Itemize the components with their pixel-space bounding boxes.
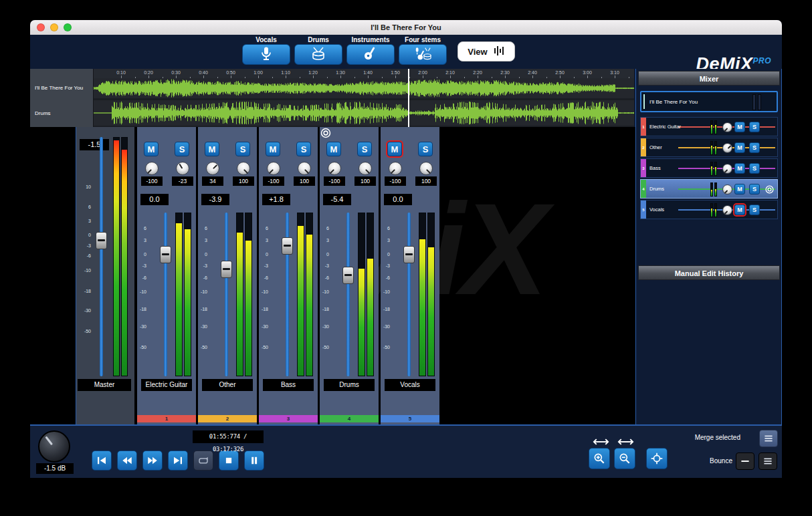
meter-other-left [236, 213, 243, 376]
width-knob-bass[interactable] [298, 162, 311, 175]
row-solo-button-drums[interactable]: S [749, 184, 760, 195]
bounce-minus-button[interactable] [736, 453, 754, 470]
master-track-row[interactable]: I'll Be There For You [640, 91, 778, 112]
track-label-drums[interactable]: Drums [30, 110, 94, 116]
solo-button-vocals[interactable]: S [418, 142, 433, 156]
pause-button[interactable] [244, 450, 264, 471]
master-fader-handle[interactable] [96, 232, 107, 249]
ruler-tick-label: 2:00 [418, 70, 427, 75]
fader-track-electric-guitar[interactable] [164, 213, 167, 376]
bounce-menu-button[interactable] [758, 453, 777, 470]
mute-button-bass[interactable]: M [266, 142, 280, 156]
row-number: 4 [641, 187, 646, 191]
pan-knob-electric-guitar[interactable] [145, 162, 159, 175]
skip-end-button[interactable] [168, 450, 188, 471]
time-ruler[interactable]: 0:100:200:300:400:501:001:101:201:301:40… [94, 69, 634, 78]
merge-menu-button[interactable] [759, 430, 778, 447]
view-button-label: View [468, 47, 487, 57]
four-stems-icon [414, 45, 431, 61]
fader-track-drums[interactable] [346, 213, 350, 376]
knob-indicator [391, 169, 395, 174]
row-meter-fill [715, 209, 716, 217]
row-solo-button-other[interactable]: S [749, 142, 760, 153]
waveform-mix[interactable] [94, 78, 634, 98]
mixer-row-other[interactable]: 2OtherMS [640, 138, 778, 157]
loop-button[interactable] [193, 450, 213, 471]
row-pan-knob-bass[interactable] [722, 164, 732, 174]
spotlight-icon [320, 127, 332, 139]
row-mute-button-other[interactable]: M [734, 142, 745, 153]
stem-button-drums[interactable] [294, 44, 342, 65]
master-row-meter-right [758, 94, 761, 110]
row-mute-button-drums[interactable]: M [734, 184, 745, 195]
fader-handle-drums[interactable] [342, 267, 354, 284]
stem-button-instruments[interactable] [346, 44, 395, 65]
fader-track-other[interactable] [225, 213, 228, 376]
solo-button-electric-guitar[interactable]: S [175, 142, 189, 156]
row-solo-button-bass[interactable]: S [749, 163, 760, 174]
fader-handle-other[interactable] [221, 261, 232, 278]
fader-handle-bass[interactable] [282, 237, 293, 255]
width-knob-vocals[interactable] [419, 162, 433, 175]
mute-button-other[interactable]: M [205, 142, 219, 156]
mixer-row-vocals[interactable]: 5VocalsMS [640, 200, 778, 219]
master-meter-fill [122, 150, 127, 376]
pan-knob-vocals[interactable] [389, 162, 402, 175]
fast-forward-button[interactable] [142, 450, 163, 471]
mixer-row-drums[interactable]: 4DrumsMS [640, 179, 778, 199]
channel-scale-label: 3 [381, 238, 390, 243]
solo-button-other[interactable]: S [235, 142, 250, 156]
mixer-row-bass[interactable]: 3BassMS [640, 158, 778, 178]
zoom-in-button[interactable] [589, 448, 610, 469]
view-button[interactable]: View [458, 41, 515, 61]
solo-button-bass[interactable]: S [296, 142, 311, 156]
ruler-tick-label: 3:10 [610, 70, 619, 75]
mute-button-drums[interactable]: M [326, 142, 341, 156]
fader-handle-electric-guitar[interactable] [160, 246, 171, 263]
master-fader-track[interactable] [100, 137, 103, 376]
row-pan-knob-vocals[interactable] [722, 205, 732, 215]
fader-handle-vocals[interactable] [403, 246, 415, 263]
row-mute-button-electric-guitar[interactable]: M [734, 122, 745, 132]
merge-selected-label: Merge selected [667, 434, 740, 441]
ruler-tick-label: 2:40 [528, 70, 537, 75]
stem-group-label-four-stems: Four stems [393, 36, 453, 43]
channel-scale-label: -18 [320, 307, 329, 311]
width-knob-electric-guitar[interactable] [176, 162, 189, 175]
row-meter [714, 120, 717, 134]
waveform-drums[interactable] [94, 100, 634, 126]
row-pan-knob-electric-guitar[interactable] [722, 122, 732, 132]
mixer-row-electric-guitar[interactable]: 1Electric GuitarMS [640, 117, 778, 136]
row-pan-knob-drums[interactable] [722, 184, 732, 195]
waveform-area: 0:100:200:300:400:501:001:101:201:301:40… [94, 69, 634, 127]
master-name-label: Master [78, 379, 131, 391]
row-solo-button-vocals[interactable]: S [749, 205, 760, 215]
width-knob-drums[interactable] [359, 162, 372, 175]
fader-track-vocals[interactable] [407, 213, 411, 376]
master-scale-label: -3 [80, 243, 91, 248]
pan-knob-drums[interactable] [328, 162, 341, 175]
channel-scale-label: -10 [198, 289, 207, 294]
meter-fill [428, 247, 434, 376]
spotlight-icon[interactable] [320, 127, 332, 139]
row-spotlight-icon[interactable] [765, 184, 775, 195]
mute-button-electric-guitar[interactable]: M [144, 142, 159, 156]
channel-color-bar-drums: 4 [320, 415, 379, 422]
master-volume-knob[interactable] [38, 430, 70, 463]
row-mute-button-bass[interactable]: M [734, 163, 745, 174]
row-mute-button-vocals[interactable]: M [734, 205, 745, 215]
track-label-mix[interactable]: I'll Be There For You [30, 85, 94, 91]
zoom-out-button[interactable] [614, 448, 635, 469]
row-solo-button-electric-guitar[interactable]: S [749, 122, 760, 132]
skip-start-button[interactable] [92, 450, 112, 471]
playhead[interactable] [408, 69, 409, 127]
solo-button-drums[interactable]: S [357, 142, 372, 156]
row-pan-knob-other[interactable] [722, 143, 732, 153]
mute-button-vocals[interactable]: M [387, 142, 402, 156]
rewind-button[interactable] [117, 450, 137, 471]
stem-button-vocals[interactable] [242, 44, 290, 65]
width-knob-other[interactable] [237, 162, 250, 175]
stem-button-four-stems[interactable] [399, 44, 447, 65]
pan-knob-other[interactable] [206, 162, 219, 175]
pan-knob-bass[interactable] [267, 162, 280, 175]
